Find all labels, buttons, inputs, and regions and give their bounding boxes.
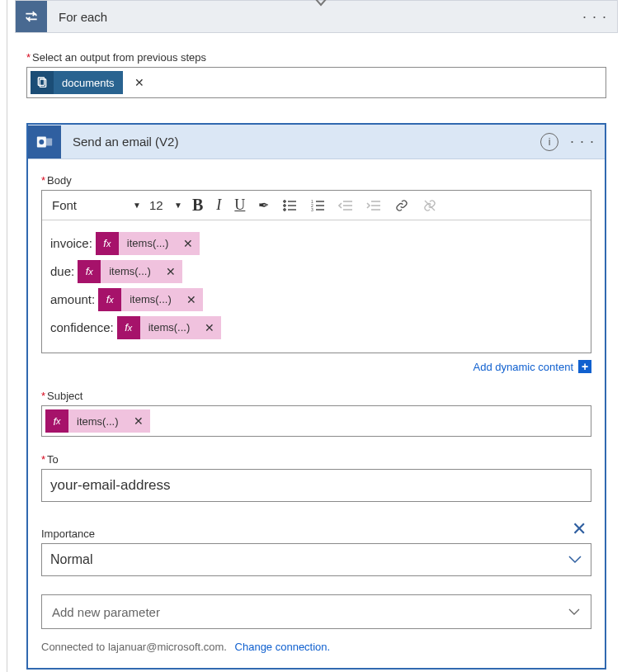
connection-info: Connected to lajanuar@microsoft.com. Cha… (41, 641, 591, 653)
to-label: *To (41, 453, 591, 466)
documents-token-remove[interactable]: ✕ (128, 76, 151, 89)
for-each-menu-button[interactable]: · · · (579, 8, 610, 26)
svg-point-7 (284, 204, 286, 206)
body-expression-remove[interactable]: ✕ (180, 288, 203, 311)
body-line-prefix: invoice: (50, 230, 92, 257)
font-size-select[interactable]: 12▼ (146, 191, 186, 220)
outdent-button[interactable] (332, 191, 360, 220)
body-expression-remove[interactable]: ✕ (159, 260, 182, 283)
svg-point-5 (284, 200, 286, 202)
select-output-label: *Select an output from previous steps (26, 51, 606, 64)
body-editor[interactable]: Font▼ 12▼ B I U 123 (41, 190, 591, 353)
subject-expression-label: items(...) (68, 409, 127, 433)
subject-expression-token[interactable]: fx items(...) ✕ (45, 409, 150, 433)
body-line: confidence:fxitems(...)✕ (50, 315, 582, 341)
subject-label: *Subject (41, 390, 591, 402)
send-email-title: Send an email (V2) (73, 135, 540, 149)
arrow-down-icon (313, 0, 328, 8)
send-email-menu-button[interactable]: · · · (567, 133, 598, 150)
body-label: *Body (41, 174, 591, 187)
send-email-header[interactable]: Send an email (V2) i · · · (28, 125, 605, 159)
info-icon[interactable]: i (540, 133, 558, 151)
body-expression-token[interactable]: fxitems(...)✕ (78, 260, 182, 283)
fx-icon: fx (78, 260, 101, 283)
body-expression-remove[interactable]: ✕ (198, 316, 221, 339)
add-parameter-select[interactable]: Add new parameter (41, 594, 591, 629)
documents-token-icon (31, 71, 54, 94)
body-line-prefix: due: (50, 258, 74, 285)
svg-point-9 (284, 208, 286, 211)
documents-token-label: documents (54, 77, 123, 89)
fx-icon: fx (96, 232, 119, 255)
importance-select[interactable]: Normal (41, 543, 591, 576)
body-expression-token[interactable]: fxitems(...)✕ (98, 288, 203, 311)
body-content[interactable]: invoice:fxitems(...)✕due:fxitems(...)✕am… (42, 220, 591, 353)
body-line: invoice:fxitems(...)✕ (50, 230, 582, 257)
select-output-input[interactable]: documents ✕ (26, 67, 606, 98)
body-expression-remove[interactable]: ✕ (177, 232, 200, 255)
importance-label: Importance (41, 528, 567, 540)
subject-input[interactable]: fx items(...) ✕ (41, 405, 591, 437)
body-line: due:fxitems(...)✕ (50, 258, 582, 285)
body-expression-label: items(...) (121, 288, 180, 311)
body-expression-token[interactable]: fxitems(...)✕ (117, 316, 222, 339)
body-line-prefix: amount: (50, 286, 95, 313)
subject-expression-remove[interactable]: ✕ (127, 409, 150, 433)
importance-value: Normal (50, 552, 93, 567)
plus-icon: + (578, 360, 591, 373)
fx-icon: fx (45, 409, 68, 433)
loop-icon (16, 1, 47, 32)
outlook-icon (28, 125, 61, 159)
rich-text-toolbar: Font▼ 12▼ B I U 123 (42, 191, 591, 220)
remove-importance-button[interactable]: ✕ (567, 518, 591, 543)
unlink-button[interactable] (416, 191, 444, 220)
for-each-title: For each (59, 10, 579, 24)
svg-text:3: 3 (311, 207, 313, 212)
body-expression-label: items(...) (119, 232, 177, 255)
bold-button[interactable]: B (186, 191, 210, 220)
svg-point-4 (39, 140, 44, 144)
body-expression-token[interactable]: fxitems(...)✕ (96, 232, 200, 255)
chevron-down-icon (568, 555, 582, 565)
body-expression-label: items(...) (140, 316, 199, 339)
body-line: amount:fxitems(...)✕ (50, 286, 582, 313)
font-select[interactable]: Font▼ (47, 191, 146, 220)
send-email-card: Send an email (V2) i · · · *Body Font▼ 1… (26, 123, 606, 670)
change-connection-link[interactable]: Change connection. (235, 641, 331, 653)
number-list-button[interactable]: 123 (304, 191, 332, 220)
indent-button[interactable] (360, 191, 388, 220)
italic-button[interactable]: I (210, 191, 228, 220)
chevron-down-icon (568, 608, 581, 616)
link-button[interactable] (388, 191, 416, 220)
documents-token[interactable]: documents (31, 71, 123, 94)
svg-rect-3 (43, 138, 52, 145)
body-expression-label: items(...) (101, 260, 159, 283)
underline-button[interactable]: U (228, 191, 252, 220)
body-line-prefix: confidence: (50, 315, 114, 341)
fx-icon: fx (117, 316, 140, 339)
highlight-button[interactable] (252, 191, 276, 220)
bullet-list-button[interactable] (276, 191, 304, 220)
to-input[interactable] (41, 469, 591, 502)
fx-icon: fx (98, 288, 121, 311)
add-dynamic-content-link[interactable]: Add dynamic content + (41, 360, 591, 373)
